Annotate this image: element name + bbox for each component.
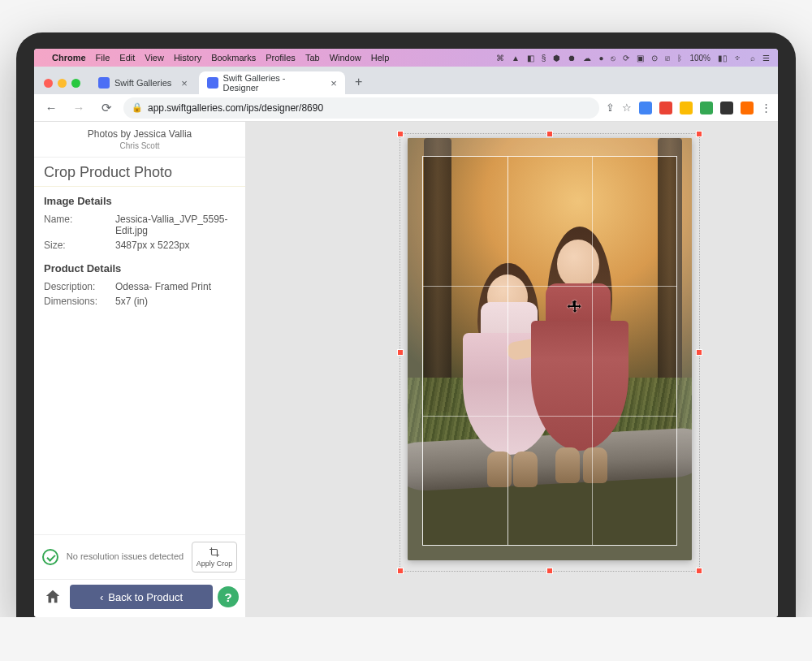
status-icon[interactable]: ⌘ [496, 54, 504, 63]
address-bar[interactable]: 🔒 app.swiftgalleries.com/ips/designer/86… [123, 97, 599, 119]
extension-icon[interactable] [680, 102, 693, 114]
chrome-toolbar: ← → ⟳ 🔒 app.swiftgalleries.com/ips/desig… [34, 94, 778, 122]
chevron-left-icon: ‹ [100, 591, 103, 603]
extension-icon[interactable] [720, 102, 733, 114]
image-size-label: Size: [44, 240, 110, 251]
search-icon[interactable]: ⌕ [750, 54, 755, 63]
check-circle-icon [42, 549, 58, 565]
status-icon[interactable]: ⏺ [568, 54, 576, 63]
crop-handle-bl[interactable] [397, 568, 404, 574]
nav-forward-button[interactable]: → [68, 97, 89, 119]
image-size-value: 3487px x 5223px [115, 240, 235, 251]
image-details-heading: Image Details [34, 187, 245, 210]
menu-profiles[interactable]: Profiles [266, 53, 296, 63]
status-icon[interactable]: ⎚ [665, 54, 670, 63]
sidebar-header: Photos by Jessica Vallia Chris Scott [34, 122, 245, 158]
crop-handle-tr[interactable] [696, 131, 702, 137]
crop-canvas[interactable] [245, 122, 778, 617]
product-dim-value: 5x7 (in) [115, 296, 235, 307]
window-zoom-button[interactable] [71, 79, 80, 88]
bookmark-icon[interactable]: ☆ [622, 102, 632, 114]
app-content: Photos by Jessica Vallia Chris Scott Cro… [34, 122, 778, 617]
panel-title: Crop Product Photo [34, 158, 245, 187]
menu-tab[interactable]: Tab [305, 53, 320, 63]
menu-window[interactable]: Window [330, 53, 361, 63]
status-icon[interactable]: ⊙ [651, 54, 658, 63]
crop-handle-br[interactable] [696, 568, 702, 574]
status-icon[interactable]: ● [598, 54, 603, 63]
lock-icon: 🔒 [132, 102, 143, 113]
browser-tab-active[interactable]: Swift Galleries - Designer × [199, 71, 345, 94]
status-icon[interactable]: ▲ [512, 54, 520, 63]
menu-file[interactable]: File [96, 53, 110, 63]
chrome-tab-strip: Swift Galleries × Swift Galleries - Desi… [34, 67, 778, 94]
photographer-name: Photos by Jessica Vallia [39, 128, 240, 140]
menu-view[interactable]: View [145, 53, 164, 63]
macos-menubar: Chrome File Edit View History Bookmarks … [34, 49, 778, 67]
tab-close-icon[interactable]: × [181, 77, 188, 89]
sidebar-panel: Photos by Jessica Vallia Chris Scott Cro… [34, 122, 245, 617]
photo-wrapper [408, 138, 692, 560]
window-minimize-button[interactable] [58, 79, 67, 88]
status-icon[interactable]: ☁ [583, 54, 591, 63]
image-name-value: Jessica-Vallia_JVP_5595-Edit.jpg [115, 214, 235, 236]
resolution-status-row: No resolution issues detected Apply Crop [34, 534, 245, 579]
crop-handle-tm[interactable] [546, 131, 553, 137]
home-button[interactable] [41, 585, 65, 609]
product-desc-value: Odessa- Framed Print [115, 281, 235, 292]
back-button-label: Back to Product [108, 591, 183, 603]
resolution-status-text: No resolution issues detected [65, 551, 185, 562]
nav-reload-button[interactable]: ⟳ [96, 97, 117, 119]
menubar-status-icons: ⌘ ▲ ◧ § ⬢ ⏺ ☁ ● ⎋ ⟳ ▣ ⊙ ⎚ ᛒ 100% ▮▯ ᯤ ⌕ … [496, 54, 770, 63]
product-photo[interactable] [408, 138, 692, 560]
url-text: app.swiftgalleries.com/ips/designer/8690 [148, 102, 323, 114]
product-desc-label: Description: [44, 281, 110, 292]
crop-handle-tl[interactable] [397, 131, 404, 137]
crop-handle-ml[interactable] [397, 349, 404, 356]
image-name-label: Name: [44, 214, 110, 236]
nav-back-button[interactable]: ← [41, 97, 62, 119]
status-icon[interactable]: ▣ [637, 54, 644, 63]
wifi-icon[interactable]: ᯤ [735, 54, 743, 63]
menu-bookmarks[interactable]: Bookmarks [211, 53, 256, 63]
extension-icon[interactable] [741, 102, 754, 114]
home-icon [44, 588, 62, 606]
crop-icon [209, 547, 220, 558]
menu-history[interactable]: History [174, 53, 201, 63]
crop-handle-bm[interactable] [546, 568, 553, 574]
back-to-product-button[interactable]: ‹ Back to Product [70, 585, 213, 609]
help-button[interactable]: ? [218, 586, 239, 607]
browser-tab-inactive[interactable]: Swift Galleries × [90, 71, 196, 94]
bluetooth-icon[interactable]: ᛒ [677, 54, 682, 63]
sidebar-footer: ‹ Back to Product ? [34, 579, 245, 617]
window-controls [41, 79, 87, 94]
status-icon[interactable]: ⟳ [623, 54, 629, 63]
product-details: Description: Odessa- Framed Print Dimens… [34, 278, 245, 310]
status-icon[interactable]: § [542, 54, 546, 63]
window-close-button[interactable] [44, 79, 53, 88]
apply-crop-button[interactable]: Apply Crop [192, 542, 237, 572]
menu-help[interactable]: Help [371, 53, 390, 63]
image-details: Name: Jessica-Vallia_JVP_5595-Edit.jpg S… [34, 210, 245, 254]
battery-icon[interactable]: ▮▯ [718, 54, 728, 63]
share-icon[interactable]: ⇪ [606, 102, 615, 114]
extension-icon[interactable] [659, 102, 672, 114]
menubar-app[interactable]: Chrome [52, 53, 86, 63]
extension-icon[interactable] [700, 102, 713, 114]
extension-icon[interactable] [639, 102, 652, 114]
tab-close-icon[interactable]: × [330, 77, 337, 89]
status-icon[interactable]: ⎋ [611, 54, 615, 63]
product-details-heading: Product Details [34, 254, 245, 278]
extensions-menu-icon[interactable]: ⋮ [761, 102, 771, 114]
battery-percent: 100% [689, 54, 710, 63]
crop-handle-mr[interactable] [696, 349, 702, 356]
tab-title: Swift Galleries [114, 78, 171, 88]
status-icon[interactable]: ◧ [527, 54, 534, 63]
menu-edit[interactable]: Edit [119, 53, 135, 63]
favicon-icon [98, 77, 110, 89]
new-tab-button[interactable]: + [348, 75, 369, 94]
favicon-icon [207, 77, 218, 89]
status-icon[interactable]: ⬢ [553, 54, 560, 63]
control-center-icon[interactable]: ☰ [762, 54, 770, 63]
tab-title: Swift Galleries - Designer [223, 73, 322, 93]
